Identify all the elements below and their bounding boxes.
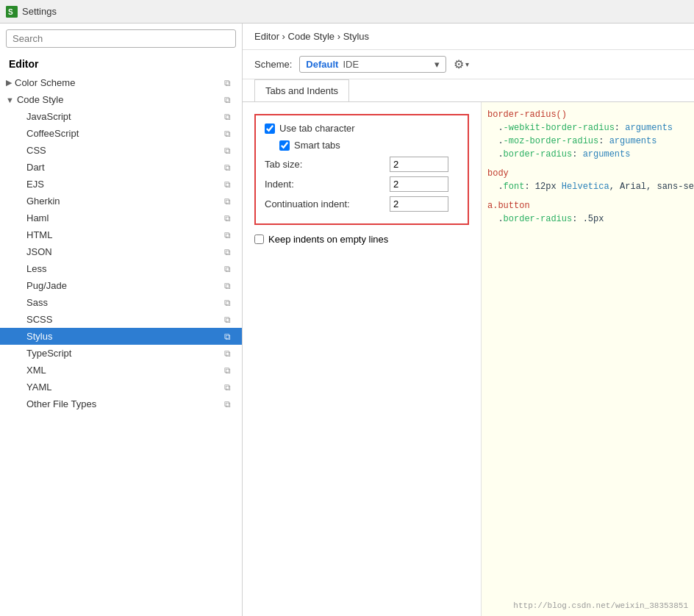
sidebar-item-label: Other File Types <box>26 398 218 409</box>
content-area: Editor › Code Style › Stylus Scheme: Def… <box>243 24 694 616</box>
sidebar-item-pug-jade[interactable]: Pug/Jade ⧉ <box>0 277 242 294</box>
copy-icon: ⧉ <box>221 196 233 207</box>
sidebar-item-other-file-types[interactable]: Other File Types ⧉ <box>0 395 242 412</box>
tab-size-input[interactable] <box>390 157 448 172</box>
sidebar-item-code-style[interactable]: ▼ Code Style ⧉ <box>0 91 242 108</box>
copy-icon: ⧉ <box>221 78 233 88</box>
sidebar-item-label: Pug/Jade <box>26 280 218 291</box>
smart-tabs-label[interactable]: Smart tabs <box>294 140 340 151</box>
copy-icon: ⧉ <box>221 129 233 139</box>
copy-icon: ⧉ <box>221 247 233 257</box>
breadcrumb: Editor › Code Style › Stylus <box>243 24 694 50</box>
sidebar-item-label: CSS <box>26 145 218 156</box>
copy-icon: ⧉ <box>221 95 233 105</box>
sidebar-item-label: EJS <box>26 179 218 190</box>
app-icon: S <box>6 6 18 18</box>
sidebar-item-ejs[interactable]: EJS ⧉ <box>0 176 242 193</box>
sidebar-item-label: Haml <box>26 212 218 223</box>
sidebar-item-color-scheme[interactable]: ▶ Color Scheme ⧉ <box>0 74 242 91</box>
sidebar-item-label: HTML <box>26 229 218 240</box>
scheme-select-dropdown[interactable]: Default IDE ▾ <box>299 56 446 73</box>
copy-icon: ⧉ <box>221 264 233 274</box>
indent-label: Indent: <box>265 179 382 190</box>
sidebar-item-xml[interactable]: XML ⧉ <box>0 362 242 379</box>
sidebar-item-coffeescript[interactable]: CoffeeScript ⧉ <box>0 125 242 142</box>
scheme-label: Scheme: <box>254 59 292 70</box>
code-preview: border-radius() .-webkit-border-radius: … <box>481 102 694 616</box>
sidebar-item-label: Sass <box>26 297 218 308</box>
keep-indents-label[interactable]: Keep indents on empty lines <box>268 234 388 245</box>
copy-icon: ⧉ <box>221 365 233 376</box>
sidebar-item-sass[interactable]: Sass ⧉ <box>0 294 242 311</box>
sidebar-section-header: Editor <box>0 54 242 74</box>
continuation-indent-input[interactable] <box>390 196 448 212</box>
keep-indents-checkbox[interactable] <box>254 234 264 244</box>
continuation-indent-row: Continuation indent: <box>265 196 459 212</box>
settings-panel: Use tab character Smart tabs Tab size: I… <box>243 102 694 616</box>
sidebar-item-label: JavaScript <box>26 111 218 122</box>
use-tab-character-row: Use tab character <box>265 123 459 134</box>
sidebar-item-less[interactable]: Less ⧉ <box>0 260 242 277</box>
sidebar-item-yaml[interactable]: YAML ⧉ <box>0 379 242 395</box>
smart-tabs-row: Smart tabs <box>265 140 459 151</box>
continuation-indent-label: Continuation indent: <box>265 198 382 209</box>
copy-icon: ⧉ <box>221 230 233 240</box>
sidebar-item-label: SCSS <box>26 314 218 325</box>
sidebar-item-typescript[interactable]: TypeScript ⧉ <box>0 345 242 362</box>
sidebar-item-label: JSON <box>26 246 218 257</box>
sidebar-item-label: Gherkin <box>26 196 218 207</box>
window-title: Settings <box>22 6 57 17</box>
smart-tabs-checkbox[interactable] <box>279 140 290 151</box>
chevron-down-icon: ▾ <box>434 59 440 70</box>
tab-size-label: Tab size: <box>265 159 382 170</box>
sidebar-item-css[interactable]: CSS ⧉ <box>0 142 242 159</box>
title-bar: S Settings <box>0 0 694 24</box>
scheme-bar: Scheme: Default IDE ▾ ⚙ ▾ <box>243 50 694 79</box>
watermark: http://blog.csdn.net/weixin_38353851 <box>513 601 688 610</box>
tab-size-row: Tab size: <box>265 157 459 172</box>
sidebar-item-label: YAML <box>26 382 218 393</box>
sidebar-item-html[interactable]: HTML ⧉ <box>0 226 242 243</box>
main-container: Editor ▶ Color Scheme ⧉ ▼ Code Style ⧉ J… <box>0 24 694 616</box>
sidebar-item-label: Dart <box>26 162 218 173</box>
code-line: .-moz-border-radius: arguments <box>487 135 688 148</box>
code-line: .font: 12px Helvetica, Arial, sans-serif <box>487 180 688 193</box>
sidebar-item-dart[interactable]: Dart ⧉ <box>0 159 242 176</box>
keep-indents-row: Keep indents on empty lines <box>254 234 469 245</box>
use-tab-character-checkbox[interactable] <box>265 123 275 134</box>
arrow-icon: ▶ <box>6 78 12 87</box>
sidebar-item-json[interactable]: JSON ⧉ <box>0 243 242 260</box>
tab-label: Tabs and Indents <box>265 85 338 96</box>
scheme-gear-button[interactable]: ⚙ ▾ <box>454 57 469 71</box>
svg-text:S: S <box>8 8 13 16</box>
code-line: .border-radius: .5px <box>487 212 688 226</box>
gear-icon: ⚙ <box>454 57 464 71</box>
indent-input[interactable] <box>390 176 448 192</box>
copy-icon: ⧉ <box>221 281 233 291</box>
tab-tabs-and-indents[interactable]: Tabs and Indents <box>254 79 349 101</box>
sidebar-item-label: Code Style <box>17 94 218 105</box>
code-line: .border-radius: arguments <box>487 148 688 161</box>
scheme-default-text: Default <box>306 59 338 70</box>
sidebar-item-label: XML <box>26 365 218 376</box>
copy-icon: ⧉ <box>221 382 233 393</box>
settings-left: Use tab character Smart tabs Tab size: I… <box>243 102 481 616</box>
code-line: .-webkit-border-radius: arguments <box>487 121 688 135</box>
tab-row: Tabs and Indents <box>243 79 694 102</box>
sidebar-item-gherkin[interactable]: Gherkin ⧉ <box>0 193 242 209</box>
use-tab-character-label[interactable]: Use tab character <box>279 123 355 134</box>
copy-icon: ⧉ <box>221 399 233 409</box>
arrow-icon: ▼ <box>6 96 14 104</box>
sidebar-item-scss[interactable]: SCSS ⧉ <box>0 311 242 328</box>
copy-icon: ⧉ <box>221 146 233 156</box>
sidebar: Editor ▶ Color Scheme ⧉ ▼ Code Style ⧉ J… <box>0 24 243 616</box>
sidebar-item-javascript[interactable]: JavaScript ⧉ <box>0 108 242 125</box>
scheme-ide-text: IDE <box>343 59 359 70</box>
copy-icon: ⧉ <box>221 332 233 342</box>
search-input[interactable] <box>6 29 236 48</box>
sidebar-item-haml[interactable]: Haml ⧉ <box>0 209 242 226</box>
sidebar-item-label: Less <box>26 263 218 274</box>
copy-icon: ⧉ <box>221 112 233 122</box>
copy-icon: ⧉ <box>221 298 233 308</box>
sidebar-item-stylus[interactable]: Stylus ⧉ <box>0 328 242 345</box>
